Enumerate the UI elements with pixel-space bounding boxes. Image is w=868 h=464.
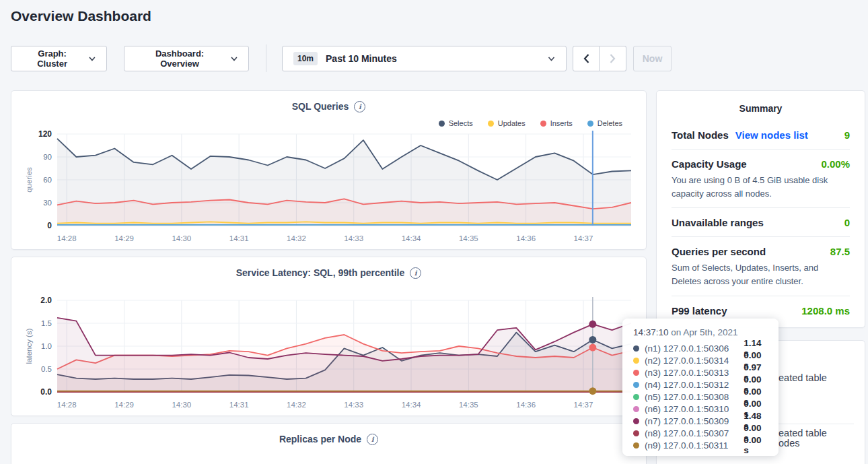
service-latency-card: Service Latency: SQL, 99th percentilei 1… [11, 257, 647, 416]
node-color-dot [633, 406, 639, 412]
summary-row-total-nodes: Total Nodes View nodes list 9 [672, 121, 850, 149]
svg-text:14:32: 14:32 [287, 401, 306, 409]
sql-queries-card: SQL Queriesi SelectsUpdatesInsertsDelete… [11, 90, 647, 250]
unavailable-ranges-label: Unavailable ranges [672, 217, 764, 228]
chevron-left-icon [583, 53, 590, 64]
svg-text:14:30: 14:30 [172, 401, 191, 409]
replicas-per-node-title: Replicas per Nodei [11, 433, 646, 445]
chevron-down-icon [231, 57, 238, 61]
svg-text:0.5: 0.5 [41, 365, 52, 373]
svg-text:14:34: 14:34 [402, 234, 421, 242]
total-nodes-label: Total Nodes [672, 129, 729, 141]
node-address: (n2) 127.0.0.1:50314 [645, 356, 738, 366]
svg-text:30: 30 [43, 199, 52, 207]
p99-latency-label: P99 latency [672, 305, 727, 317]
node-color-dot [633, 418, 639, 424]
svg-text:14:35: 14:35 [459, 401, 478, 409]
tooltip-row: (n9) 127.0.0.1:503110.00 s [633, 439, 768, 451]
view-nodes-list-link[interactable]: View nodes list [735, 129, 808, 141]
node-address: (n8) 127.0.0.1:50307 [645, 428, 738, 438]
svg-text:2.0: 2.0 [40, 296, 52, 305]
legend-label: Selects [449, 119, 473, 127]
graph-dropdown-label: Graph: Cluster [22, 48, 82, 69]
legend-item-deletes: Deletes [587, 119, 622, 127]
qps-description: Sum of Selects, Updates, Inserts, and De… [672, 261, 850, 288]
svg-text:14:30: 14:30 [172, 234, 191, 242]
info-icon[interactable]: i [410, 267, 421, 279]
node-color-dot [633, 442, 639, 449]
event-text-fragment: eated table [779, 372, 827, 383]
svg-text:14:28: 14:28 [57, 234, 77, 242]
info-icon[interactable]: i [354, 101, 365, 112]
node-address: (n9) 127.0.0.1:50311 [645, 440, 738, 451]
node-address: (n5) 127.0.0.1:50308 [645, 392, 738, 402]
tooltip-rows: (n1) 127.0.0.1:503061.14 s(n2) 127.0.0.1… [633, 342, 768, 451]
svg-text:14:29: 14:29 [114, 401, 134, 409]
node-address: (n6) 127.0.0.1:50310 [645, 404, 738, 414]
event-text-fragment: eated table [779, 428, 827, 438]
total-nodes-value: 9 [844, 129, 850, 141]
capacity-value: 0.00% [821, 158, 850, 170]
svg-text:14:37: 14:37 [574, 234, 593, 242]
summary-panel: Summary Total Nodes View nodes list 9 Ca… [656, 90, 865, 328]
toolbar-divider [266, 44, 266, 72]
svg-text:14:37: 14:37 [574, 401, 593, 409]
time-range-badge: 10m [293, 52, 318, 65]
svg-text:14:31: 14:31 [229, 234, 249, 242]
svg-text:14:29: 14:29 [114, 234, 134, 242]
svg-text:queries: queries [25, 167, 33, 193]
svg-text:90: 90 [43, 153, 52, 161]
node-latency-value: 0.00 s [744, 435, 768, 455]
qps-value: 87.5 [830, 246, 850, 257]
capacity-description: You are using 0 B of 4.5 GiB usable disk… [672, 174, 850, 201]
unavailable-ranges-value: 0 [844, 217, 850, 228]
now-button[interactable]: Now [633, 46, 672, 71]
svg-text:14:34: 14:34 [402, 401, 421, 409]
qps-label: Queries per second [672, 246, 766, 257]
dashboard-dropdown[interactable]: Dashboard: Overview [124, 46, 249, 71]
sql-queries-title: SQL Queriesi [11, 100, 646, 112]
node-color-dot [633, 394, 639, 400]
legend-dot [488, 121, 494, 127]
node-address: (n1) 127.0.0.1:50306 [645, 343, 738, 354]
time-prev-button[interactable] [573, 46, 600, 71]
time-pager [573, 46, 626, 71]
legend-dot [540, 121, 546, 127]
legend-item-updates: Updates [488, 119, 526, 127]
graph-dropdown[interactable]: Graph: Cluster [11, 46, 107, 71]
sql-queries-legend: SelectsUpdatesInsertsDeletes [439, 119, 622, 127]
time-range-label: Past 10 Minutes [326, 53, 397, 64]
node-address: (n7) 127.0.0.1:50309 [645, 416, 738, 426]
chevron-right-icon [609, 53, 616, 64]
info-icon[interactable]: i [367, 434, 378, 445]
tooltip-timestamp: 14:37:10 on Apr 5th, 2021 [633, 327, 768, 337]
time-next-button[interactable] [600, 46, 626, 71]
node-color-dot [633, 370, 639, 376]
legend-label: Updates [498, 119, 526, 127]
time-range-picker[interactable]: 10m Past 10 Minutes [282, 46, 567, 71]
legend-dot [439, 121, 445, 127]
capacity-label: Capacity Usage [672, 158, 747, 170]
legend-label: Deletes [598, 119, 622, 127]
svg-text:14:35: 14:35 [459, 234, 478, 242]
svg-text:120: 120 [38, 129, 52, 139]
svg-text:latency (s): latency (s) [25, 328, 33, 364]
node-color-dot [633, 358, 639, 364]
svg-text:14:31: 14:31 [229, 401, 249, 409]
replicas-per-node-card: Replicas per Nodei [11, 423, 647, 464]
node-color-dot [633, 430, 639, 436]
chevron-down-icon [548, 57, 555, 61]
event-text-fragment: odes [779, 438, 799, 449]
svg-text:0.0: 0.0 [40, 387, 52, 397]
summary-row-unavailable: Unavailable ranges 0 [672, 207, 850, 236]
svg-text:14:33: 14:33 [344, 401, 363, 409]
svg-text:1.5: 1.5 [41, 319, 52, 327]
sql-queries-chart[interactable]: 14:2814:2914:3014:3114:3214:3314:3414:35… [22, 127, 635, 246]
node-color-dot [633, 382, 639, 388]
page-title: Overview Dashboard [11, 8, 151, 24]
service-latency-chart[interactable]: 14:2814:2914:3014:3114:3214:3314:3414:35… [22, 294, 635, 412]
dashboard-dropdown-label: Dashboard: Overview [135, 48, 224, 69]
legend-dot [587, 121, 593, 127]
latency-tooltip: 14:37:10 on Apr 5th, 2021 (n1) 127.0.0.1… [622, 319, 779, 456]
service-latency-title: Service Latency: SQL, 99th percentilei [11, 267, 646, 279]
